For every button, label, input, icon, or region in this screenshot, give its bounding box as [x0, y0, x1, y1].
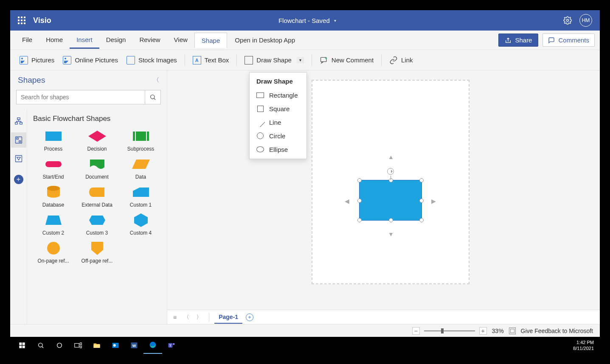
shape-custom-3[interactable]: Custom 3: [77, 213, 117, 236]
search-icon: [149, 94, 156, 101]
svg-rect-33: [94, 345, 100, 348]
taskbar-taskview[interactable]: [69, 337, 87, 354]
svg-rect-9: [15, 156, 22, 162]
pictures-icon: [20, 56, 28, 64]
comments-button[interactable]: Comments: [543, 34, 595, 47]
svg-point-29: [57, 343, 62, 348]
taskbar-clock[interactable]: 1:42 PM 8/11/2021: [573, 339, 597, 352]
autoconnect-left[interactable]: ◀: [345, 198, 349, 204]
tab-file[interactable]: File: [15, 32, 39, 49]
add-page-button[interactable]: +: [246, 314, 253, 321]
open-in-desktop-button[interactable]: Open in Desktop App: [227, 36, 303, 44]
page-tabs: ≡ 〈 〉 Page-1 +: [167, 310, 600, 324]
shapes-search-input[interactable]: [16, 90, 145, 104]
shape-process[interactable]: Process: [33, 129, 73, 152]
taskbar-teams[interactable]: T: [162, 337, 181, 354]
collapse-panel-button[interactable]: 〈: [153, 76, 159, 84]
shape-database[interactable]: Database: [33, 185, 73, 208]
next-page-button[interactable]: 〉: [194, 313, 204, 322]
dropdown-item-line[interactable]: Line: [250, 115, 306, 129]
dropdown-item-rectangle[interactable]: Rectangle: [250, 88, 306, 102]
stencil-title: Basic Flowchart Shapes: [33, 115, 161, 123]
rectangle-icon: [256, 92, 264, 98]
app-launcher-icon[interactable]: [18, 17, 25, 24]
zoom-out-button[interactable]: −: [412, 327, 420, 335]
shape-custom-2[interactable]: Custom 2: [33, 213, 73, 236]
rotate-handle[interactable]: [387, 168, 394, 175]
chevron-down-icon[interactable]: ▾: [297, 57, 304, 63]
page-list-button[interactable]: ≡: [171, 313, 178, 322]
shape-custom-4[interactable]: Custom 4: [121, 213, 161, 236]
shape-on-page-ref[interactable]: On-page ref...: [33, 241, 73, 264]
online-pictures-button[interactable]: Online Pictures: [59, 53, 122, 67]
tab-insert[interactable]: Insert: [70, 32, 99, 49]
autoconnect-down[interactable]: ▼: [388, 231, 394, 238]
shape-document[interactable]: Document: [77, 157, 117, 180]
tab-shape[interactable]: Shape: [194, 33, 227, 48]
new-comment-button[interactable]: New Comment: [315, 53, 378, 67]
add-stencil-button[interactable]: +: [14, 175, 23, 184]
start-button[interactable]: [13, 337, 31, 354]
stencil-button-3[interactable]: [11, 151, 26, 166]
text-box-button[interactable]: AText Box: [188, 53, 233, 67]
shape-subprocess[interactable]: Subprocess: [121, 129, 161, 152]
comment-icon: [548, 37, 555, 44]
search-button[interactable]: [145, 90, 161, 104]
share-button[interactable]: Share: [498, 34, 538, 47]
taskbar-outlook[interactable]: [106, 337, 125, 354]
zoom-control: − +: [412, 327, 487, 335]
dropdown-item-circle[interactable]: Circle: [250, 129, 306, 143]
autoconnect-up[interactable]: ▲: [388, 154, 394, 160]
settings-icon[interactable]: [563, 16, 572, 25]
taskbar-explorer[interactable]: [87, 337, 106, 354]
svg-marker-18: [133, 188, 149, 197]
user-avatar[interactable]: HM: [579, 14, 592, 27]
document-title-text: Flowchart - Saved: [278, 17, 330, 24]
svg-rect-8: [19, 141, 20, 142]
feedback-link[interactable]: Give Feedback to Microsoft: [521, 328, 593, 334]
text-box-icon: A: [193, 56, 201, 64]
selected-shape[interactable]: [359, 180, 422, 221]
shape-data[interactable]: Data: [121, 157, 161, 180]
zoom-in-button[interactable]: +: [479, 327, 487, 335]
dropdown-item-ellipse[interactable]: Ellipse: [250, 143, 306, 156]
svg-marker-19: [45, 216, 62, 225]
tab-review[interactable]: Review: [132, 32, 167, 49]
stock-images-button[interactable]: Stock Images: [122, 53, 181, 67]
pictures-button[interactable]: Pictures: [15, 53, 59, 67]
tab-home[interactable]: Home: [39, 32, 70, 49]
share-icon: [505, 37, 512, 44]
taskbar-edge[interactable]: [143, 337, 162, 354]
shape-grid: Process Decision Subprocess Start/End Do…: [33, 129, 161, 264]
shape-external-data[interactable]: External Data: [77, 185, 117, 208]
svg-rect-25: [22, 342, 25, 345]
taskbar-cortana[interactable]: [50, 337, 69, 354]
shape-custom-1[interactable]: Custom 1: [121, 185, 161, 208]
taskbar-word[interactable]: W: [125, 337, 143, 354]
draw-shape-button[interactable]: Draw Shape▾: [240, 53, 308, 67]
tab-design[interactable]: Design: [99, 32, 133, 49]
shape-off-page-ref[interactable]: Off-page ref...: [77, 241, 117, 264]
line-icon: [256, 118, 264, 126]
document-title-button[interactable]: Flowchart - Saved ▾: [51, 17, 563, 24]
stock-images-icon: [126, 56, 135, 64]
shape-start-end[interactable]: Start/End: [33, 157, 73, 180]
drawing-canvas[interactable]: ▲ ▼ ◀ ▶ Draw Shape Rectangle Square Line…: [167, 70, 600, 310]
svg-point-40: [173, 343, 175, 345]
link-button[interactable]: Link: [385, 53, 417, 67]
stencil-button-1[interactable]: [11, 114, 26, 129]
svg-point-0: [567, 20, 569, 22]
prev-page-button[interactable]: 〈: [182, 313, 191, 322]
fit-page-button[interactable]: [509, 328, 516, 334]
autoconnect-right[interactable]: ▶: [431, 198, 436, 204]
dropdown-item-square[interactable]: Square: [250, 102, 306, 115]
svg-rect-10: [45, 132, 62, 141]
taskbar-search[interactable]: [31, 337, 50, 354]
stencil-button-2[interactable]: [11, 132, 26, 148]
zoom-slider[interactable]: [424, 330, 475, 331]
shape-decision[interactable]: Decision: [77, 129, 117, 152]
shapes-panel: Shapes 〈 + Basic Flowchart Shapes: [10, 70, 167, 324]
svg-rect-30: [75, 344, 79, 347]
tab-view[interactable]: View: [167, 32, 194, 49]
page-tab-1[interactable]: Page-1: [214, 311, 242, 324]
